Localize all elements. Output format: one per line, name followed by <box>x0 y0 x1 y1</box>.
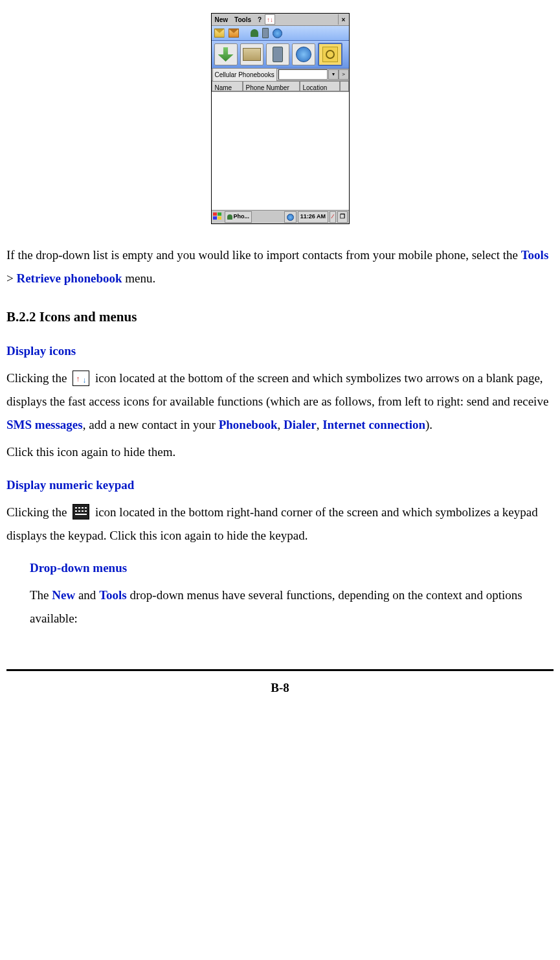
col-phone[interactable]: Phone Number <box>243 81 300 91</box>
taskbar-app[interactable]: Pho... <box>225 211 252 223</box>
dropdown-label: Cellular Phonebooks <box>212 68 277 82</box>
link-tools: Tools <box>521 248 549 262</box>
download-button[interactable] <box>214 43 238 65</box>
menu-help[interactable]: ? <box>254 13 265 27</box>
pda-screenshot: New Tools ? ↑↓ × Cellular Phonebooks ▾ >… <box>211 13 350 224</box>
subheading-keypad: Display numeric keypad <box>6 474 554 497</box>
inbox-button[interactable] <box>240 43 263 65</box>
paragraph-dropdown-menus: The New and Tools drop-down menus have s… <box>30 584 554 630</box>
close-button[interactable]: × <box>338 14 349 25</box>
start-button[interactable] <box>213 212 223 222</box>
open-mail-icon[interactable] <box>229 29 239 38</box>
paragraph-keypad: Clicking the icon located in the bottom … <box>6 501 554 547</box>
pda-taskbar: Pho... 11:26 AM ⁄ ❐ <box>212 210 349 223</box>
paragraph-import: If the drop-down list is empty and you w… <box>6 244 554 290</box>
link-dialer: Dialer <box>284 418 317 431</box>
tray-pen-icon[interactable]: ⁄ <box>330 211 336 223</box>
tray-windows-icon[interactable]: ❐ <box>337 211 348 223</box>
footer-rule <box>6 669 554 671</box>
link-phonebook: Phonebook <box>219 418 278 431</box>
pda-dropdown-row: Cellular Phonebooks ▾ > <box>212 69 349 81</box>
phone-button[interactable] <box>266 43 289 65</box>
heading-b22: B.2.2 Icons and menus <box>6 304 554 330</box>
internet-icon[interactable] <box>273 29 282 38</box>
dropdown-arrow[interactable]: ▾ <box>328 69 339 80</box>
pda-list-area <box>212 92 349 210</box>
add-contact-icon[interactable] <box>251 29 258 37</box>
pda-menubar: New Tools ? ↑↓ × <box>212 14 349 26</box>
pda-column-headers: Name Phone Number Location <box>212 81 349 92</box>
link-internet: Internet connection <box>322 418 425 431</box>
pda-quick-icons <box>212 26 349 41</box>
sync-icon[interactable]: ↑↓ <box>265 14 275 25</box>
globe-button[interactable] <box>292 43 315 65</box>
subheading-dropdown-menus: Drop-down menus <box>30 556 554 580</box>
menu-new[interactable]: New <box>212 13 232 27</box>
phonebook-button-selected[interactable] <box>318 43 342 66</box>
paragraph-hide-icons: Click this icon again to hide them. <box>6 440 554 464</box>
paragraph-display-icons: Clicking the icon located at the bottom … <box>6 367 554 437</box>
link-retrieve-phonebook: Retrieve phonebook <box>16 271 122 285</box>
link-tools2: Tools <box>99 588 127 602</box>
tray-network-icon[interactable] <box>284 211 297 223</box>
pda-big-icons <box>212 41 349 69</box>
col-name[interactable]: Name <box>212 81 243 91</box>
keypad-icon <box>73 504 89 520</box>
col-location[interactable]: Location <box>300 81 340 91</box>
dropdown-next[interactable]: > <box>339 69 349 80</box>
menu-tools[interactable]: Tools <box>231 13 254 27</box>
subheading-display-icons: Display icons <box>6 339 554 363</box>
arrows-icon <box>73 371 89 386</box>
phonebook-dropdown[interactable] <box>278 69 328 80</box>
dialer-icon[interactable] <box>262 28 269 38</box>
link-new: New <box>52 588 75 602</box>
page-number: B-8 <box>6 676 554 700</box>
new-mail-icon[interactable] <box>214 29 225 38</box>
col-spacer <box>340 81 349 91</box>
link-sms: SMS messages <box>6 418 83 431</box>
taskbar-clock: 11:26 AM <box>298 211 328 223</box>
